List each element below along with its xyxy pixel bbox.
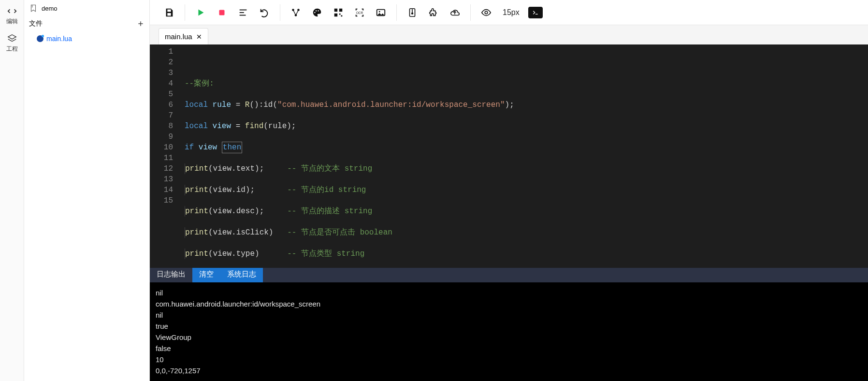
log-output[interactable]: nil com.huawei.android.launcher:id/works… <box>150 282 868 381</box>
tab-label: main.lua <box>165 32 192 41</box>
zip-button[interactable] <box>402 2 423 23</box>
layers-icon <box>7 33 17 44</box>
play-icon <box>195 7 206 18</box>
svg-point-27 <box>412 13 413 14</box>
svg-rect-17 <box>334 8 337 11</box>
log-line: 0,0,-720,1257 <box>156 365 862 376</box>
main-area: OCR 15px main.lua ✕ 12345678910111213141… <box>150 0 868 381</box>
close-icon[interactable]: ✕ <box>196 33 202 41</box>
gutter: 123456789101112131415 <box>150 44 179 268</box>
undo-icon <box>259 7 270 18</box>
files-header: 文件 <box>24 16 149 31</box>
log-line: nil <box>156 287 862 298</box>
rail-project[interactable]: 工程 <box>0 30 24 58</box>
svg-point-16 <box>318 10 319 11</box>
toolbar: OCR 15px <box>150 0 868 25</box>
upload-button[interactable] <box>444 2 465 23</box>
svg-rect-20 <box>339 13 341 15</box>
undo-button[interactable] <box>254 2 275 23</box>
bookmark-icon <box>29 4 38 13</box>
svg-rect-21 <box>341 15 343 16</box>
code-body[interactable]: --案例: local rule = R():id("com.huawei.an… <box>179 44 589 268</box>
project-name: demo <box>42 5 58 12</box>
preview-button[interactable] <box>476 2 497 23</box>
svg-rect-5 <box>219 10 225 15</box>
left-rail: 编辑 工程 <box>0 0 24 381</box>
svg-point-24 <box>379 11 380 12</box>
save-icon <box>164 7 174 18</box>
run-button[interactable] <box>190 2 211 23</box>
stop-button[interactable] <box>211 2 232 23</box>
file-tree: main.lua <box>24 31 149 44</box>
svg-marker-4 <box>198 9 203 15</box>
plugin-button[interactable] <box>423 2 444 23</box>
ocr-button[interactable]: OCR <box>349 2 370 23</box>
log-line: nil <box>156 309 862 321</box>
puzzle-icon <box>428 7 439 18</box>
svg-point-15 <box>316 10 317 11</box>
align-icon <box>238 7 248 18</box>
zip-icon <box>407 7 418 18</box>
tab-main-lua[interactable]: main.lua ✕ <box>159 28 208 44</box>
log-line: true <box>156 321 862 332</box>
tab-system-log[interactable]: 系统日志 <box>220 268 263 282</box>
rail-edit-label: 编辑 <box>6 17 18 26</box>
qr-icon <box>333 7 344 18</box>
palette-button[interactable] <box>306 2 328 23</box>
nodes-icon <box>290 7 301 18</box>
tree-item-main-lua[interactable]: main.lua <box>34 33 149 44</box>
output-panel: 日志输出 清空 系统日志 nil com.huawei.android.laun… <box>150 268 868 381</box>
svg-text:OCR: OCR <box>356 11 363 14</box>
svg-rect-18 <box>339 8 342 11</box>
eye-icon <box>481 7 492 18</box>
separator <box>470 4 471 21</box>
code-editor[interactable]: 123456789101112131415 --案例: local rule =… <box>150 44 868 381</box>
tab-clear[interactable]: 清空 <box>192 268 220 282</box>
terminal-button[interactable] <box>528 7 543 18</box>
file-panel: demo 文件 main.lua <box>24 0 150 381</box>
files-header-label: 文件 <box>29 19 43 28</box>
separator <box>396 4 397 21</box>
font-size-label[interactable]: 15px <box>497 8 525 17</box>
separator <box>280 4 280 21</box>
svg-point-14 <box>314 12 315 13</box>
svg-point-28 <box>485 11 488 14</box>
plus-icon[interactable] <box>137 20 145 28</box>
svg-line-13 <box>296 10 299 15</box>
tree-item-label: main.lua <box>46 35 72 43</box>
project-row[interactable]: demo <box>24 0 149 16</box>
ocr-icon: OCR <box>354 7 365 18</box>
tab-log-output[interactable]: 日志输出 <box>150 268 192 282</box>
cloud-upload-icon <box>449 7 460 18</box>
log-line: ViewGroup <box>156 332 862 343</box>
log-line: false <box>156 343 862 354</box>
lua-file-icon <box>37 35 43 42</box>
svg-marker-0 <box>8 35 16 39</box>
rail-project-label: 工程 <box>6 45 18 53</box>
log-line: 10 <box>156 354 862 365</box>
save-button[interactable] <box>159 2 180 23</box>
rail-edit[interactable]: 编辑 <box>0 3 24 30</box>
separator <box>185 4 185 21</box>
nodes-button[interactable] <box>285 2 306 23</box>
image-button[interactable] <box>370 2 391 23</box>
image-icon <box>376 7 386 18</box>
svg-rect-19 <box>334 13 337 16</box>
tabbar: main.lua ✕ <box>150 25 868 44</box>
log-line: com.huawei.android.launcher:id/workspace… <box>156 298 862 309</box>
qr-button[interactable] <box>328 2 349 23</box>
stop-icon <box>217 7 227 18</box>
svg-line-12 <box>293 10 296 15</box>
terminal-icon <box>532 9 539 16</box>
format-button[interactable] <box>232 2 254 23</box>
code-icon <box>7 6 17 16</box>
output-tabs: 日志输出 清空 系统日志 <box>150 268 868 282</box>
palette-icon <box>312 7 322 18</box>
